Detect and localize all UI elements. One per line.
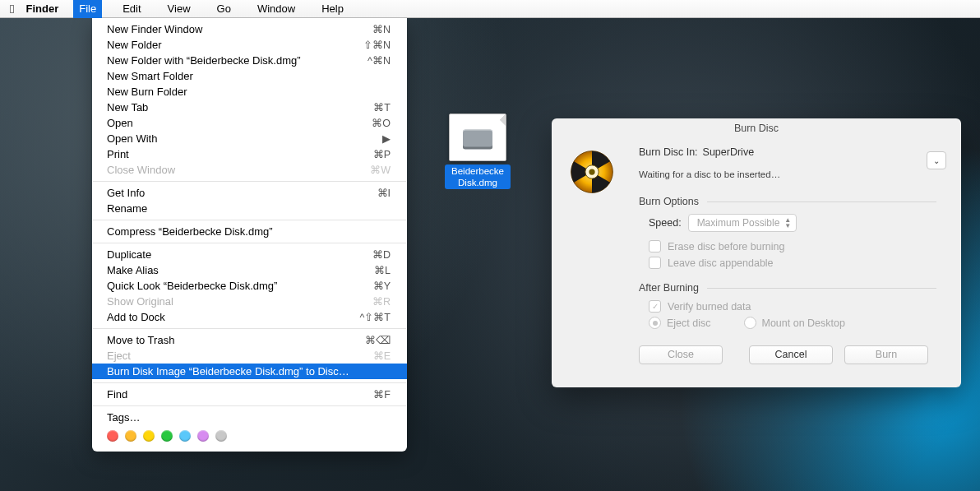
menu-item-label: New Folder with “Beiderbecke Disk.dmg” [107,54,356,67]
close-button[interactable]: Close [639,345,723,364]
menu-item-shortcut: ^⇧⌘T [359,311,391,323]
tag-color-dot[interactable] [197,430,209,442]
file-menu-item[interactable]: Add to Dock^⇧⌘T [92,309,407,325]
menubar-item-go[interactable]: Go [211,0,237,18]
file-menu-item[interactable]: Duplicate⌘D [92,247,407,262]
menu-item-label: New Burn Folder [107,86,391,98]
menu-item-label: Quick Look “Beiderbecke Disk.dmg” [107,280,362,292]
burn-drive-label: Burn Disc In: [639,146,698,158]
menu-item-shortcut: ⇧⌘N [363,39,391,51]
verify-checkbox-row[interactable]: ✓ Verify burned data [649,300,936,313]
menubar-item-window[interactable]: Window [252,0,301,18]
burn-status-text: Waiting for a disc to be inserted… [639,158,943,196]
menu-item-label: Get Info [107,187,366,199]
menu-separator [93,328,406,329]
appendable-checkbox-label: Leave disc appendable [668,257,774,269]
menu-item-shortcut: ▶ [382,132,391,145]
cancel-button[interactable]: Cancel [749,345,833,364]
tag-color-dot[interactable] [215,430,227,442]
menu-separator [93,181,406,182]
file-menu-item[interactable]: Compress “Beiderbecke Disk.dmg” [92,224,407,239]
menu-item-shortcut: ⌘N [372,23,391,35]
file-menu-item[interactable]: Print⌘P [92,146,407,162]
mount-radio-button[interactable] [744,317,756,329]
menu-item-label: Duplicate [107,248,361,261]
updown-arrows-icon: ▲▼ [784,217,791,229]
speed-select[interactable]: Maximum Possible ▲▼ [688,214,797,232]
menu-item-shortcut: ⌘W [370,164,391,176]
menu-separator [93,243,406,243]
file-menu-item: Close Window⌘W [92,162,407,178]
menubar-item-edit[interactable]: Edit [117,0,146,18]
mount-radio[interactable]: Mount on Desktop [744,317,845,329]
verify-checkbox-label: Verify burned data [668,301,751,313]
menubar-app-name[interactable]: Finder [25,2,58,15]
tag-color-dot[interactable] [143,430,155,442]
file-menu-dropdown: New Finder Window⌘NNew Folder⇧⌘NNew Fold… [92,18,407,452]
file-menu-item[interactable]: Tags… [92,410,407,425]
menu-item-label: Find [107,388,362,401]
menu-item-label: Move to Trash [107,334,354,346]
file-menu-item[interactable]: Rename [92,201,407,216]
eject-radio-label: Eject disc [667,317,711,329]
appendable-checkbox-row[interactable]: Leave disc appendable [649,257,936,269]
verify-checkbox[interactable]: ✓ [649,300,661,313]
desktop-icon-caption: Beiderbecke Disk.dmg [445,164,511,189]
burn-disc-icon [568,148,616,196]
file-menu-item: Show Original⌘R [92,294,407,309]
tag-color-dot[interactable] [125,430,136,442]
file-menu-item[interactable]: Open⌘O [92,115,407,131]
menu-item-shortcut: ⌘D [372,248,391,261]
file-menu-item[interactable]: Find⌘F [92,387,407,402]
after-burning-header: After Burning [639,282,699,294]
erase-checkbox[interactable] [649,240,661,252]
file-menu-item[interactable]: New Smart Folder [92,68,407,84]
file-menu-item[interactable]: Burn Disk Image “Beiderbecke Disk.dmg” t… [92,364,407,379]
menubar-item-view[interactable]: View [162,0,196,18]
menu-item-shortcut: ⌘E [373,350,391,362]
menu-item-shortcut: ⌘R [372,295,391,308]
erase-checkbox-row[interactable]: Erase disc before burning [649,240,936,252]
menu-item-shortcut: ⌘⌫ [365,334,391,346]
file-menu-item[interactable]: New Finder Window⌘N [92,21,407,37]
menu-item-shortcut: ^⌘N [368,54,391,67]
desktop-icon-dmg[interactable]: Beiderbecke Disk.dmg [445,113,511,189]
erase-checkbox-label: Erase disc before burning [668,241,784,252]
menubar:  Finder File Edit View Go Window Help [0,0,980,18]
file-menu-item[interactable]: Open With▶ [92,131,407,146]
menu-separator [93,405,406,406]
menu-item-shortcut: ⌘P [373,148,391,160]
burn-button[interactable]: Burn [844,345,928,364]
menu-item-label: Show Original [107,295,361,308]
menu-item-shortcut: ⌘F [373,388,391,401]
menu-item-label: New Tab [107,101,362,113]
file-menu-item[interactable]: New Burn Folder [92,84,407,100]
menu-item-shortcut: ⌘Y [373,280,391,292]
tag-color-dot[interactable] [161,430,173,442]
dialog-title: Burn Disc [552,118,961,137]
file-menu-item[interactable]: New Folder with “Beiderbecke Disk.dmg”^⌘… [92,53,407,68]
menu-item-label: Burn Disk Image “Beiderbecke Disk.dmg” t… [107,365,391,378]
menu-item-label: Make Alias [107,264,363,276]
file-menu-item[interactable]: New Folder⇧⌘N [92,37,407,53]
appendable-checkbox[interactable] [649,257,661,269]
burn-drive-value: SuperDrive [703,146,755,158]
menu-item-label: Open [107,117,360,129]
menu-separator [93,220,406,220]
file-menu-item[interactable]: Get Info⌘I [92,185,407,201]
apple-menu-icon[interactable]:  [10,0,14,18]
eject-radio-button[interactable] [649,317,661,329]
svg-point-2 [589,169,594,174]
file-menu-item[interactable]: Make Alias⌘L [92,262,407,278]
tag-color-dot[interactable] [107,430,118,442]
file-menu-item[interactable]: Move to Trash⌘⌫ [92,332,407,348]
file-menu-item[interactable]: New Tab⌘T [92,100,407,115]
eject-radio[interactable]: Eject disc [649,317,711,329]
menu-item-label: Add to Dock [107,311,348,323]
dialog-expand-toggle[interactable]: ⌄ [927,151,946,169]
file-menu-item[interactable]: Quick Look “Beiderbecke Disk.dmg”⌘Y [92,278,407,294]
menu-item-label: Compress “Beiderbecke Disk.dmg” [107,225,391,238]
menubar-item-file[interactable]: File [73,0,102,18]
menubar-item-help[interactable]: Help [316,0,349,18]
tag-color-dot[interactable] [179,430,191,442]
